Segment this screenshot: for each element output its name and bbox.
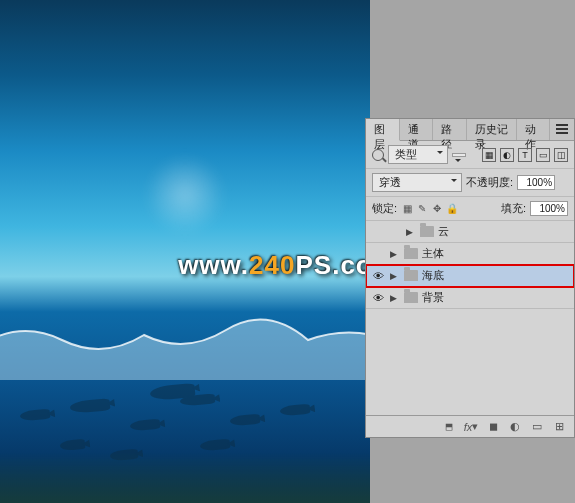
layer-name[interactable]: 主体 [422,246,570,261]
blend-row: 穿透 不透明度: 100% [366,169,574,197]
tab-layers[interactable]: 图层 [366,119,400,141]
lock-row: 锁定: ▦ ✎ ✥ 🔒 填充: 100% [366,197,574,221]
layer-row-background[interactable]: 👁 ▶ 背景 [366,287,574,309]
lock-transparent-icon[interactable]: ▦ [401,203,413,215]
adjustment-layer-icon[interactable]: ◐ [508,420,522,434]
layer-name[interactable]: 云 [438,224,570,239]
expand-arrow-icon[interactable]: ▶ [390,271,400,281]
panel-tabs: 图层 通道 路径 历史记录 动作 [366,119,574,141]
visibility-toggle[interactable] [370,224,386,240]
filter-pixel-icon[interactable]: ▦ [482,148,496,162]
filter-adjust-icon[interactable]: ◐ [500,148,514,162]
visibility-toggle[interactable]: 👁 [370,290,386,306]
filter-shape-icon[interactable]: ▭ [536,148,550,162]
layer-name[interactable]: 海底 [422,268,570,283]
fill-input[interactable]: 100% [530,201,568,216]
fish-layer [0,370,370,503]
search-icon[interactable] [372,149,384,161]
filter-smart-icon[interactable]: ◫ [554,148,568,162]
tab-paths[interactable]: 路径 [433,119,467,140]
lock-position-icon[interactable]: ✥ [431,203,443,215]
layers-panel: 图层 通道 路径 历史记录 动作 类型 ▦ ◐ T ▭ ◫ 穿透 不透明度: 1… [365,118,575,438]
lock-image-icon[interactable]: ✎ [416,203,428,215]
layer-row-subject[interactable]: ▶ 主体 [366,243,574,265]
link-layers-icon[interactable]: ⬒ [442,420,456,434]
blend-mode-select[interactable]: 穿透 [372,173,462,192]
tab-actions[interactable]: 动作 [517,119,551,140]
expand-arrow-icon[interactable]: ▶ [390,249,400,259]
watermark-prefix: www. [178,250,249,280]
fill-label: 填充: [501,201,526,216]
layer-row-clouds[interactable]: ▶ 云 [366,221,574,243]
layer-mask-icon[interactable]: ◼ [486,420,500,434]
layer-row-seabed[interactable]: 👁 ▶ 海底 [366,265,574,287]
layers-list: ▶ 云 ▶ 主体 👁 ▶ 海底 👁 ▶ 背景 [366,221,574,321]
expand-arrow-icon[interactable]: ▶ [390,293,400,303]
lock-label: 锁定: [372,201,397,216]
filter-row: 类型 ▦ ◐ T ▭ ◫ [366,141,574,169]
layer-effects-icon[interactable]: fx▾ [464,420,478,434]
expand-arrow-icon[interactable]: ▶ [406,227,416,237]
new-group-icon[interactable]: ▭ [530,420,544,434]
folder-icon [404,270,418,281]
opacity-label: 不透明度: [466,175,513,190]
folder-icon [420,226,434,237]
visibility-toggle[interactable] [370,246,386,262]
filter-type-icon[interactable]: T [518,148,532,162]
panel-footer: ⬒ fx▾ ◼ ◐ ▭ ⊞ [366,415,574,437]
folder-icon [404,248,418,259]
lock-all-icon[interactable]: 🔒 [446,203,458,215]
visibility-toggle[interactable]: 👁 [370,268,386,284]
new-layer-icon[interactable]: ⊞ [552,420,566,434]
panel-menu-button[interactable] [550,119,574,140]
watermark-num: 240 [249,250,295,280]
tab-channels[interactable]: 通道 [400,119,434,140]
filter-kind-select[interactable]: 类型 [388,145,448,164]
opacity-input[interactable]: 100% [517,175,555,190]
folder-icon [404,292,418,303]
filter-aux-select[interactable] [452,153,466,157]
tab-history[interactable]: 历史记录 [467,119,517,140]
layer-name[interactable]: 背景 [422,290,570,305]
